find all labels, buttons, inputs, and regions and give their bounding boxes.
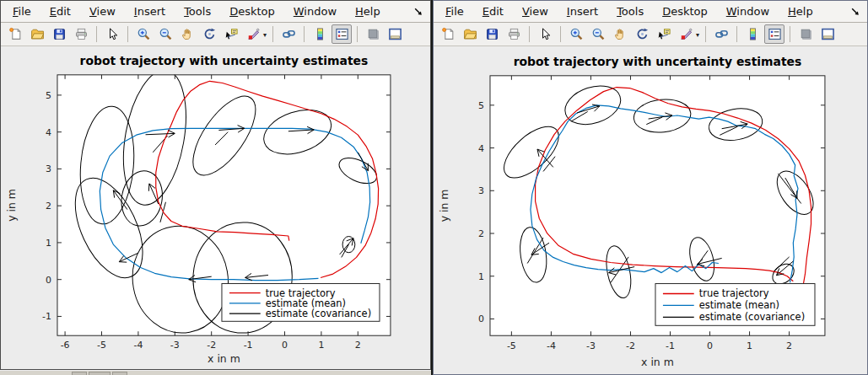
brush-data-button[interactable] <box>243 24 263 44</box>
y-tick-label: 5 <box>46 90 51 101</box>
menu-items: FileEditViewInsertToolsDesktopWindowHelp <box>434 3 848 19</box>
plot-title: robot trajectory with uncertainty estima… <box>80 54 369 67</box>
taskbar-peek-item <box>112 372 127 375</box>
hide-plot-tools-button[interactable] <box>795 24 816 44</box>
insert-legend-button[interactable] <box>332 24 352 44</box>
rotate-3d-button[interactable] <box>199 24 219 44</box>
x-tick-label: -4 <box>133 340 143 351</box>
x-tick-label: -3 <box>170 340 180 351</box>
y-tick-label: 3 <box>478 185 484 196</box>
toolbar: ▾ <box>1 23 430 46</box>
insert-colorbar-button[interactable] <box>310 24 330 44</box>
open-file-button[interactable] <box>460 24 480 44</box>
toolbar-separator <box>272 26 273 42</box>
menu-file[interactable]: File <box>6 3 38 19</box>
menu-desktop[interactable]: Desktop <box>223 3 282 19</box>
insert-colorbar-button[interactable] <box>742 24 763 44</box>
figure-canvas[interactable]: -6-5-4-3-2-1012-1012345robot trajectory … <box>1 46 430 369</box>
pan-button[interactable] <box>177 24 197 44</box>
hide-plot-tools-button[interactable] <box>363 24 383 44</box>
new-figure-button[interactable] <box>5 24 25 44</box>
new-figure-button[interactable] <box>438 24 458 44</box>
trajectory-plot[interactable]: -5-4-3-2-1012012345robot trajectory with… <box>434 46 867 374</box>
zoom-in-button[interactable] <box>133 24 154 44</box>
brush-dropdown-caret[interactable]: ▾ <box>263 31 267 39</box>
x-tick-label: -1 <box>666 340 675 351</box>
data-cursor-icon <box>657 27 671 41</box>
menu-window[interactable]: Window <box>287 3 343 19</box>
y-tick-label: 4 <box>478 143 484 154</box>
x-tick-label: -4 <box>547 340 556 351</box>
menu-insert[interactable]: Insert <box>127 3 172 19</box>
menu-window[interactable]: Window <box>720 3 776 19</box>
pointer-button[interactable] <box>102 24 122 44</box>
show-plot-tools-icon <box>388 27 402 41</box>
print-figure-button[interactable] <box>71 24 91 44</box>
x-tick-label: -5 <box>507 340 516 351</box>
x-tick-label: -3 <box>586 340 596 351</box>
figure-window-2: FileEditViewInsertToolsDesktopWindowHelp… <box>433 0 868 375</box>
toolbar-separator <box>560 26 561 42</box>
hide-plot-tools-icon <box>799 27 813 41</box>
brush-dropdown-caret[interactable]: ▾ <box>696 31 699 39</box>
rotate-3d-icon <box>202 27 217 41</box>
figure-canvas[interactable]: -5-4-3-2-1012012345robot trajectory with… <box>434 46 867 374</box>
dock-figure-icon[interactable] <box>411 4 426 19</box>
brush-icon <box>246 27 261 41</box>
menu-tools[interactable]: Tools <box>610 3 650 19</box>
toolbar-separator <box>304 26 305 42</box>
menu-edit[interactable]: Edit <box>43 3 78 19</box>
pan-button[interactable] <box>610 24 630 44</box>
menu-insert[interactable]: Insert <box>560 3 605 19</box>
legend[interactable]: true trajectoryestimate (mean)estimate (… <box>222 284 380 322</box>
menu-view[interactable]: View <box>83 3 122 19</box>
link-plot-button[interactable] <box>711 24 731 44</box>
zoom-in-button[interactable] <box>566 24 586 44</box>
zoom-out-button[interactable] <box>155 24 175 44</box>
y-tick-label: -1 <box>42 311 51 322</box>
x-tick-label: 0 <box>282 340 288 351</box>
zoom-out-button[interactable] <box>588 24 608 44</box>
legend-entry-label: estimate (covariance) <box>699 311 805 323</box>
legend-entry-label: estimate (covariance) <box>266 308 371 319</box>
menu-bar: FileEditViewInsertToolsDesktopWindowHelp <box>434 1 867 23</box>
pan-hand-icon <box>181 27 195 41</box>
zoom-in-icon <box>569 27 584 41</box>
x-axis-label: x in m <box>208 352 240 365</box>
menu-help[interactable]: Help <box>348 3 387 19</box>
trajectory-plot[interactable]: -6-5-4-3-2-1012-1012345robot trajectory … <box>1 46 430 369</box>
pointer-button[interactable] <box>535 24 555 44</box>
toolbar-separator <box>736 26 737 42</box>
print-figure-button[interactable] <box>504 24 524 44</box>
legend-entry-label: true trajectory <box>699 287 769 299</box>
menu-help[interactable]: Help <box>781 3 820 19</box>
x-tick-label: -1 <box>244 340 253 351</box>
toolbar-separator <box>790 26 790 42</box>
zoom-out-icon <box>159 27 173 41</box>
rotate-3d-button[interactable] <box>632 24 652 44</box>
link-plot-button[interactable] <box>278 24 299 44</box>
menu-view[interactable]: View <box>515 3 555 19</box>
save-figure-button[interactable] <box>482 24 502 44</box>
menu-items: FileEditViewInsertToolsDesktopWindowHelp <box>1 3 411 19</box>
brush-data-button[interactable] <box>676 24 696 44</box>
data-cursor-button[interactable] <box>654 24 674 44</box>
menu-edit[interactable]: Edit <box>476 3 510 19</box>
data-cursor-button[interactable] <box>221 24 241 44</box>
rotate-3d-icon <box>635 27 650 41</box>
open-folder-icon <box>463 27 477 41</box>
insert-legend-button[interactable] <box>764 24 784 44</box>
toolbar-separator <box>357 26 358 42</box>
menu-file[interactable]: File <box>439 3 471 19</box>
x-axis-label: x in m <box>641 356 674 368</box>
legend[interactable]: true trajectoryestimate (mean)estimate (… <box>655 284 815 326</box>
show-plot-tools-button[interactable] <box>385 24 405 44</box>
legend-entry-label: estimate (mean) <box>699 299 779 311</box>
save-figure-button[interactable] <box>49 24 69 44</box>
show-plot-tools-button[interactable] <box>817 24 838 44</box>
open-file-button[interactable] <box>27 24 47 44</box>
dock-figure-icon[interactable] <box>848 4 863 19</box>
figure-window-1: FileEditViewInsertToolsDesktopWindowHelp… <box>0 0 431 370</box>
menu-desktop[interactable]: Desktop <box>655 3 714 19</box>
menu-tools[interactable]: Tools <box>177 3 218 19</box>
